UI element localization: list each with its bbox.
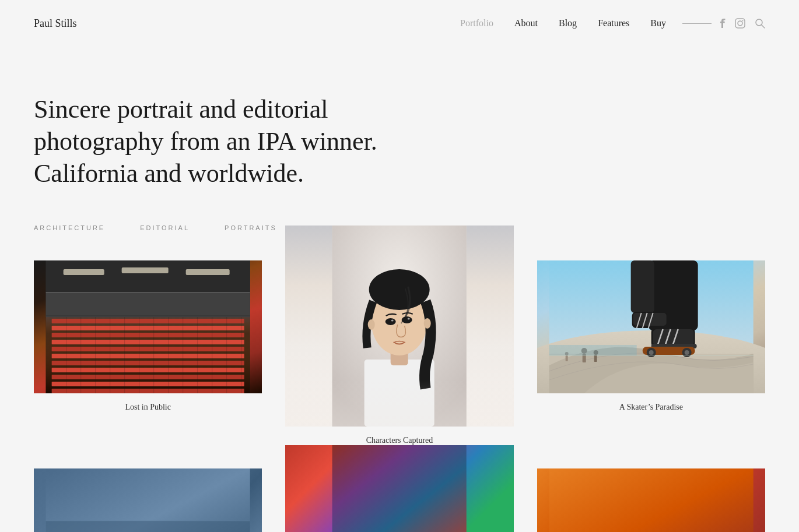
svg-point-51 (408, 318, 410, 320)
svg-point-50 (391, 320, 394, 322)
category-architecture[interactable]: ARCHITECTURE (34, 224, 105, 231)
nav-about[interactable]: About (504, 18, 548, 29)
svg-rect-14 (52, 347, 244, 351)
svg-rect-36 (64, 269, 104, 275)
caption-characters-captured: Characters Captured (366, 436, 433, 445)
nav-features[interactable]: Features (587, 18, 640, 29)
hero-section: Sincere portrait and editorial photograp… (0, 47, 799, 207)
svg-rect-12 (52, 333, 244, 337)
portfolio-item-colorful[interactable] (285, 445, 513, 532)
svg-point-53 (424, 318, 431, 329)
svg-rect-35 (46, 260, 250, 293)
svg-rect-18 (52, 375, 244, 379)
portfolio-item-lost-in-public[interactable]: Lost in Public (34, 260, 262, 412)
svg-point-2 (742, 20, 744, 22)
photo-blue (34, 468, 262, 532)
photo-portrait (285, 226, 513, 427)
nav-portfolio[interactable]: Portfolio (450, 18, 504, 29)
svg-rect-13 (52, 340, 244, 344)
svg-point-1 (738, 21, 742, 26)
svg-rect-88 (549, 468, 753, 532)
category-editorial[interactable]: EDITORIAL (140, 224, 190, 231)
svg-point-47 (370, 270, 429, 307)
nav-buy[interactable]: Buy (640, 18, 677, 29)
photo-stadium (34, 260, 262, 393)
header: Paul Stills Portfolio About Blog Feature… (0, 0, 799, 47)
portfolio-item-orange[interactable] (537, 468, 765, 532)
svg-rect-82 (549, 345, 636, 355)
portrait-overlay (285, 380, 513, 427)
caption-skaters-paradise: A Skater’s Paradise (619, 403, 683, 412)
nav-divider (682, 23, 712, 24)
svg-rect-17 (52, 368, 244, 372)
hero-title: Sincere portrait and editorial photograp… (34, 93, 454, 189)
svg-rect-34 (46, 293, 250, 317)
category-portraits[interactable]: PORTRAITS (225, 224, 277, 231)
svg-rect-15 (52, 354, 244, 358)
photo-colorful (285, 445, 513, 532)
svg-point-48 (386, 318, 396, 325)
portfolio-item-characters-captured[interactable]: Characters Captured (285, 226, 513, 445)
photo-skater (537, 260, 765, 393)
facebook-icon[interactable] (720, 18, 726, 29)
portfolio-item-skaters-paradise[interactable]: A Skater’s Paradise (537, 260, 765, 412)
portfolio-grid: Lost in Public (0, 260, 799, 468)
svg-rect-38 (186, 269, 230, 275)
site-title[interactable]: Paul Stills (34, 17, 77, 30)
svg-point-73 (649, 350, 653, 355)
svg-rect-19 (52, 382, 244, 386)
svg-line-4 (762, 25, 765, 29)
svg-rect-20 (52, 389, 244, 393)
portfolio-item-blue[interactable] (34, 468, 262, 532)
portfolio-grid-row2 (0, 468, 799, 532)
svg-rect-37 (122, 267, 169, 273)
svg-point-49 (402, 316, 412, 323)
nav-blog[interactable]: Blog (548, 18, 587, 29)
main-nav: Portfolio About Blog Features Buy (450, 18, 765, 29)
photo-orange (537, 468, 765, 532)
instagram-icon[interactable] (735, 18, 745, 29)
svg-rect-78 (594, 355, 597, 362)
svg-rect-80 (565, 355, 567, 361)
svg-point-52 (368, 319, 375, 330)
svg-rect-11 (52, 326, 244, 330)
caption-lost-in-public: Lost in Public (125, 403, 171, 412)
svg-rect-0 (735, 19, 745, 28)
svg-point-74 (684, 350, 689, 355)
search-icon[interactable] (755, 18, 765, 29)
social-icons (720, 18, 765, 29)
svg-rect-16 (52, 361, 244, 365)
svg-rect-87 (332, 445, 467, 532)
svg-rect-58 (630, 260, 654, 313)
svg-rect-84 (46, 521, 250, 532)
svg-rect-10 (52, 319, 244, 323)
